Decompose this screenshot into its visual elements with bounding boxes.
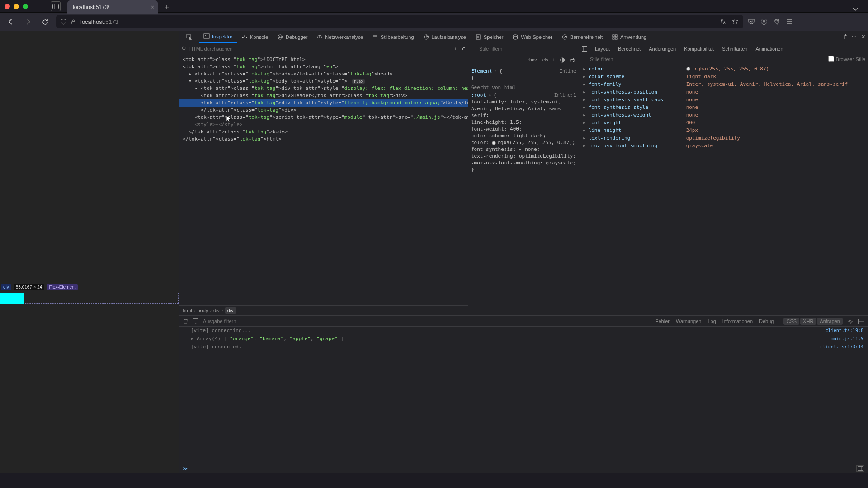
layout-view-icon[interactable] [582,46,587,52]
computed-tab-animationen[interactable]: Animationen [751,46,787,52]
computed-list[interactable]: ▸colorrgba(255, 255, 255, 0.87)▸color-sc… [579,64,868,315]
dom-node[interactable]: <style>⋯</style> [179,121,468,128]
console-input[interactable]: ≫ [179,465,868,473]
breadcrumb-item[interactable]: div [213,308,220,313]
styles-rules[interactable]: Element ⦂ {Inline } Geerbt von html :roo… [468,66,579,315]
browser-styles-checkbox[interactable]: Browser-Stile [828,56,865,62]
dom-eyedropper-icon[interactable] [460,46,465,52]
clear-console-button[interactable] [183,318,189,324]
dom-node[interactable]: <tok-attr">class="tok-tag">script tok-at… [179,114,468,121]
devtools-tab-stilbearbeitung[interactable]: Stilbearbeitung [368,31,418,43]
devtools-tab-web-speicher[interactable]: Web-Speicher [508,31,557,43]
console-message[interactable]: [vite] connected.client.ts:173:14 [179,343,868,351]
devtools-tab-netzwerkanalyse[interactable]: Netzwerkanalyse [312,31,368,43]
pocket-icon[interactable] [748,18,755,25]
dom-node[interactable]: </tok-attr">class="tok-tag">body> [179,128,468,136]
computed-row[interactable]: ▸font-synthesis-weightnone [583,111,864,119]
computed-row[interactable]: ▸font-synthesis-stylenone [583,103,864,111]
new-tab-button[interactable]: + [160,1,173,14]
computed-tab-änderungen[interactable]: Änderungen [645,46,680,52]
computed-tab-layout[interactable]: Layout [591,46,614,52]
computed-row[interactable]: ▸font-synthesis-small-capsnone [583,96,864,103]
dom-node[interactable]: <tok-attr">class="tok-tag">html tok-attr… [179,63,468,70]
console-level-warnungen[interactable]: Warnungen [673,318,704,325]
print-icon[interactable] [570,57,575,63]
console-level-debug[interactable]: Debug [756,318,776,325]
console-settings-icon[interactable] [847,318,854,324]
computed-row[interactable]: ▸line-height24px [583,127,864,134]
maximize-window-button[interactable] [23,4,28,9]
computed-tab-schriftarten[interactable]: Schriftarten [718,46,751,52]
extensions-icon[interactable] [773,18,780,25]
dom-add-node-button[interactable]: + [454,46,457,52]
dom-search-input[interactable] [189,46,452,52]
dom-node[interactable]: ▾ <tok-attr">class="tok-tag">div tok-att… [179,85,468,92]
console-level-informationen[interactable]: Informationen [720,318,755,325]
console-type-xhr[interactable]: XHR [800,318,816,325]
tab-list-dropdown[interactable] [847,5,863,14]
devtools-tab-barrierefreiheit[interactable]: Barrierefreiheit [557,31,607,43]
computed-row[interactable]: ▸-moz-osx-font-smoothinggrayscale [583,142,864,150]
console-level-fehler[interactable]: Fehler [653,318,672,325]
computed-row[interactable]: ▸font-weight400 [583,119,864,127]
tab-close-button[interactable]: × [151,4,154,10]
cls-toggle[interactable]: .cls [541,57,548,62]
devtools-tab-speicher[interactable]: Speicher [471,31,508,43]
devtools-tab-inspektor[interactable]: Inspektor [199,31,237,43]
breadcrumb-item[interactable]: div [225,307,236,314]
console-filter-input[interactable] [203,319,275,324]
translate-icon[interactable] [719,18,726,25]
computed-tab-kompatibilität[interactable]: Kompatibilität [680,46,718,52]
computed-row[interactable]: ▸colorrgba(255, 255, 255, 0.87) [583,65,864,73]
computed-row[interactable]: ▸color-schemelight dark [583,73,864,80]
computed-row[interactable]: ▸font-synthesis-positionnone [583,88,864,96]
devtools-more-icon[interactable]: ⋯ [852,34,857,40]
light-dark-icon[interactable] [560,57,565,63]
breadcrumb-item[interactable]: html [183,308,192,313]
back-button[interactable] [5,15,17,28]
console-message[interactable]: [vite] connecting...client.ts:19:8 [179,327,868,335]
dom-node[interactable]: <tok-attr">class="tok-tag">div tok-attr"… [179,99,468,107]
breadcrumbs[interactable]: html›body›div›div [179,305,468,315]
console-output[interactable]: [vite] connecting...client.ts:19:8▸ Arra… [179,327,868,465]
console-message[interactable]: ▸ Array(4) [ "orange", "banana", "apple"… [179,335,868,343]
menu-icon[interactable] [786,18,793,25]
computed-row[interactable]: ▸font-familyInter, system-ui, Avenir, He… [583,80,864,88]
browser-tab-active[interactable]: localhost:5173/ × [67,0,158,14]
account-icon[interactable] [760,18,768,25]
reload-button[interactable] [39,15,52,28]
dom-node[interactable]: </tok-attr">class="tok-tag">html> [179,136,468,143]
url-input[interactable]: localhost:5173 [56,15,743,28]
dom-node[interactable]: ▾ <tok-attr">class="tok-tag">body tok-at… [179,78,468,85]
devtools-responsive-icon[interactable] [841,34,847,40]
dom-node[interactable]: <tok-attr">class="tok-tag">!DOCTYPE html… [179,56,468,63]
computed-row[interactable]: ▸text-renderingoptimizelegibility [583,134,864,142]
devtools-tab-debugger[interactable]: Debugger [273,31,312,43]
computed-filter-input[interactable] [590,56,826,62]
hov-toggle[interactable]: :hov [528,57,537,62]
devtools-inspect-picker[interactable] [182,31,197,43]
page-viewport[interactable]: div 53.0167 × 24 Flex-Element [0,31,179,473]
breadcrumb-item[interactable]: body [197,308,208,313]
console-type-css[interactable]: CSS [783,318,799,325]
console-split-icon[interactable] [858,319,864,324]
devtools-tab-laufzeitanalyse[interactable]: Laufzeitanalyse [419,31,471,43]
styles-filter-input[interactable] [479,46,576,52]
close-window-button[interactable] [5,4,10,9]
devtools-tab-konsole[interactable]: Konsole [237,31,273,43]
dom-node[interactable]: ▸ <tok-attr">class="tok-tag">head>⋯</tok… [179,70,468,78]
dom-node[interactable]: <tok-attr">class="tok-tag">div>Header</t… [179,92,468,99]
bookmark-star-icon[interactable] [732,18,739,25]
sidebar-toggle-button[interactable] [51,1,61,11]
devtools-close-icon[interactable]: ✕ [861,34,865,40]
forward-button[interactable] [22,15,34,28]
dom-tree[interactable]: <tok-attr">class="tok-tag">!DOCTYPE html… [179,54,468,305]
add-rule-button[interactable]: + [552,57,555,62]
console-level-log[interactable]: Log [705,318,718,325]
devtools-tab-anwendung[interactable]: Anwendung [607,31,651,43]
console-type-anfragen[interactable]: Anfragen [817,318,843,325]
minimize-window-button[interactable] [14,4,19,9]
dom-node[interactable]: </tok-attr">class="tok-tag">div> [179,107,468,114]
computed-tab-berechnet[interactable]: Berechnet [614,46,645,52]
console-sidebar-toggle-icon[interactable] [856,465,864,472]
